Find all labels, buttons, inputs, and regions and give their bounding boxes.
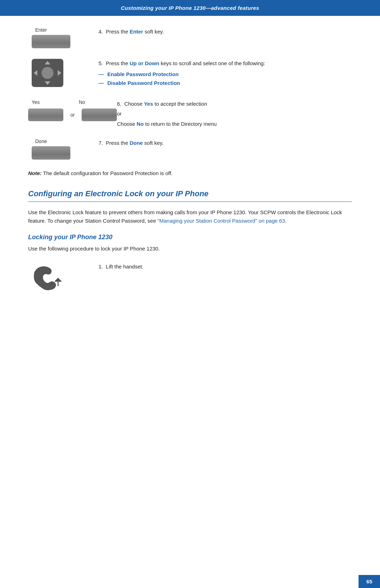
option-enable: Enable Password Protection: [99, 71, 352, 77]
step-4-instruction: 4. Press the Enter soft key.: [99, 28, 352, 36]
locking-step-1-number: 1.: [99, 264, 103, 270]
step-7-keyword: Done: [129, 140, 143, 146]
main-content: Enter 4. Press the Enter soft key.: [0, 16, 380, 328]
step-6-line2b: to return to the Directory menu: [144, 121, 217, 127]
locking-step-1-text: Lift the handset.: [106, 264, 144, 270]
nav-key-center: [32, 59, 63, 87]
yes-label-text: Yes: [32, 99, 70, 105]
done-button-image: [32, 146, 70, 160]
step-4-keyword: Enter: [129, 29, 143, 35]
step-7-instruction: 7. Press the Done soft key.: [99, 139, 352, 147]
option-enable-label: Enable Password Protection: [107, 71, 179, 77]
note-bold: Note:: [28, 170, 42, 176]
step-5-text: Press the: [106, 60, 130, 66]
step-7-text: Press the: [106, 140, 130, 146]
step-6-instruction-no: Choose No to return to the Directory men…: [117, 120, 352, 128]
section-divider: [28, 202, 352, 202]
step-5-suffix: keys to scroll and select one of the fol…: [159, 60, 265, 66]
no-button-image: [82, 109, 117, 121]
enter-key-block: Enter: [32, 27, 70, 48]
step-4-suffix: soft key.: [143, 29, 164, 35]
no-label-text: No: [79, 99, 85, 105]
step-6-instruction-yes: 6. Choose Yes to accept the selection: [117, 100, 352, 108]
step-5-options-list: Enable Password Protection Disable Passw…: [99, 71, 352, 86]
step-7-row: Done 7. Press the Done soft key.: [28, 138, 352, 160]
locking-section-body: Use the following procedure to lock your…: [28, 245, 352, 253]
nav-key-image: [32, 59, 63, 87]
nav-arrow-left-icon: [34, 70, 37, 76]
page-number-box: 65: [359, 575, 380, 588]
step-4-number: 4.: [99, 29, 103, 35]
step-5-image: [28, 58, 99, 87]
yes-no-wrapper: Yes No or: [28, 99, 117, 121]
locking-section-title: Locking your IP Phone 1230: [28, 234, 352, 241]
step-7-content: 7. Press the Done soft key.: [99, 138, 352, 147]
step-6-yes-keyword: Yes: [144, 101, 153, 107]
done-label: Done: [35, 138, 47, 144]
option-disable-label: Disable Password Protection: [107, 80, 180, 86]
step-6-row: Yes No or 6. Choose Yes to accept the se…: [28, 99, 352, 128]
locking-step-1-row: 1. Lift the handset.: [28, 261, 352, 290]
step-5-keyword: Up or Down: [129, 60, 159, 66]
step-5-content: 5. Press the Up or Down keys to scroll a…: [99, 58, 352, 89]
step-4-row: Enter 4. Press the Enter soft key.: [28, 26, 352, 48]
step-5-row: 5. Press the Up or Down keys to scroll a…: [28, 58, 352, 89]
page-number: 65: [366, 578, 372, 584]
step-6-content: 6. Choose Yes to accept the selection or…: [117, 99, 352, 128]
done-key-block: Done: [32, 138, 70, 160]
nav-arrow-right-icon: [58, 70, 61, 76]
page-header: Customizing your IP Phone 1230—advanced …: [0, 0, 380, 16]
step-6-no-keyword: No: [137, 121, 144, 127]
step-6-image: Yes No or: [28, 99, 117, 121]
step-5-instruction: 5. Press the Up or Down keys to scroll a…: [99, 60, 352, 68]
step-7-number: 7.: [99, 140, 103, 146]
option-disable: Disable Password Protection: [99, 80, 352, 86]
step-5-number: 5.: [99, 60, 103, 66]
step-7-suffix: soft key.: [143, 140, 164, 146]
step-4-text: Press the: [106, 29, 130, 35]
step-7-image: Done: [28, 138, 99, 160]
note-box: Note: The default configuration for Pass…: [28, 169, 352, 178]
step-4-image: Enter: [28, 26, 99, 48]
yes-button-image: [28, 109, 63, 121]
step-6-choose2: Choose: [117, 121, 137, 127]
enter-button-image: [32, 35, 70, 48]
locking-step-1-instruction: 1. Lift the handset.: [99, 263, 352, 271]
locking-step-1-content: 1. Lift the handset.: [99, 261, 352, 271]
enter-label: Enter: [35, 27, 47, 33]
step-6-number: 6.: [117, 101, 121, 107]
handset-image-area: [28, 261, 99, 290]
configuring-section-body: Use the Electronic Lock feature to preve…: [28, 208, 352, 225]
configuring-body2: .: [285, 218, 286, 224]
nav-arrow-up-icon: [45, 61, 50, 64]
configuring-section-title: Configuring an Electronic Lock on your I…: [28, 189, 352, 199]
step-6-choose1: Choose: [124, 101, 144, 107]
or-label: or: [70, 112, 75, 118]
handset-icon: [28, 262, 74, 290]
step-6-line1b: to accept the selection: [153, 101, 207, 107]
header-title: Customizing your IP Phone 1230—advanced …: [121, 5, 259, 11]
configuring-link[interactable]: "Managing your Station Control Password"…: [157, 218, 285, 224]
note-text: The default configuration for Password P…: [42, 170, 172, 176]
nav-arrow-down-icon: [45, 81, 50, 85]
yes-no-buttons: or: [28, 109, 117, 121]
step-4-content: 4. Press the Enter soft key.: [99, 26, 352, 36]
step-6-or: or: [117, 110, 352, 118]
